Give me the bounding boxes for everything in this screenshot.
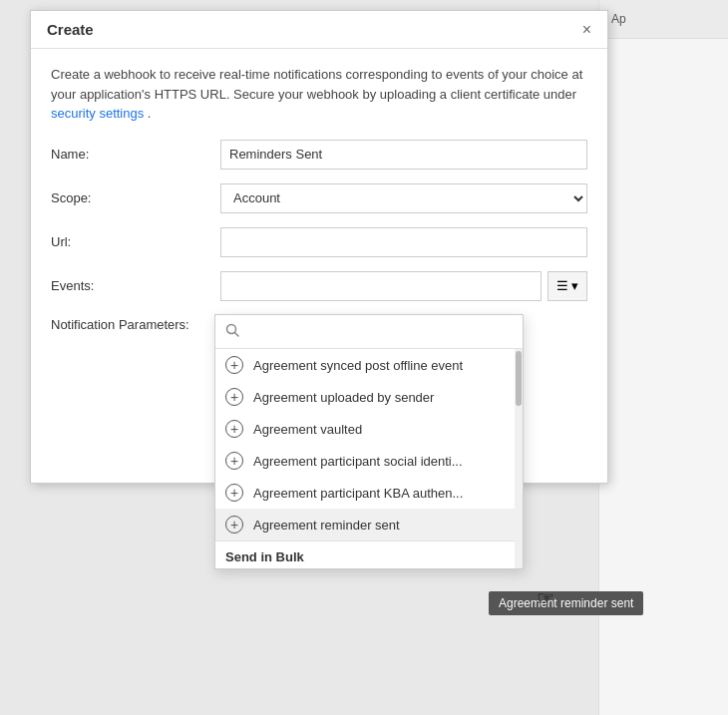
scope-label: Scope: <box>51 190 220 205</box>
hamburger-icon: ☰ <box>556 278 568 293</box>
url-label: Url: <box>51 234 220 249</box>
scope-select[interactable]: Account User Group Target <box>220 183 587 213</box>
dropdown-item-label-0: Agreement synced post offline event <box>253 358 463 373</box>
events-menu-button[interactable]: ☰ ▾ <box>547 271 587 301</box>
name-input[interactable] <box>220 140 587 170</box>
plus-icon-5: + <box>225 516 243 534</box>
svg-line-1 <box>235 333 239 337</box>
scope-row: Scope: Account User Group Target <box>51 183 587 213</box>
dropdown-item-1[interactable]: + Agreement uploaded by sender <box>215 381 523 413</box>
security-settings-link[interactable]: security settings <box>51 106 144 121</box>
modal-header: Create × <box>31 11 607 49</box>
name-row: Name: <box>51 140 587 170</box>
dropdown-search-input[interactable] <box>245 324 513 339</box>
plus-icon-2: + <box>225 420 243 438</box>
url-row: Url: <box>51 227 587 257</box>
dropdown-item-2[interactable]: + Agreement vaulted <box>215 413 523 445</box>
search-icon <box>225 323 239 340</box>
plus-icon-1: + <box>225 388 243 406</box>
dropdown-item-label-3: Agreement participant social identi... <box>253 454 463 469</box>
plus-icon-4: + <box>225 484 243 502</box>
tooltip: Agreement reminder sent <box>489 591 643 615</box>
name-label: Name: <box>51 147 220 162</box>
events-row: Events: ☰ ▾ <box>51 271 587 301</box>
dropdown-item-label-5: Agreement reminder sent <box>253 518 400 533</box>
dropdown-scrollbar[interactable] <box>515 349 523 568</box>
events-label: Events: <box>51 278 220 293</box>
events-input-wrap: ☰ ▾ <box>220 271 587 301</box>
dropdown-item-5[interactable]: + Agreement reminder sent <box>215 509 523 540</box>
scrollbar-thumb <box>516 351 522 406</box>
modal-description: Create a webhook to receive real-time no… <box>51 65 587 124</box>
url-input[interactable] <box>220 227 587 257</box>
dropdown-list: + Agreement synced post offline event + … <box>215 349 523 568</box>
send-in-bulk-label: Send in Bulk <box>225 549 304 564</box>
chevron-down-icon: ▾ <box>571 278 578 293</box>
plus-icon-3: + <box>225 452 243 470</box>
bg-panel-header: Ap <box>599 0 728 39</box>
send-in-bulk-section[interactable]: Send in Bulk <box>215 541 523 568</box>
dropdown-item-label-2: Agreement vaulted <box>253 422 362 437</box>
dropdown-item-4[interactable]: + Agreement participant KBA authen... <box>215 477 523 509</box>
events-input[interactable] <box>220 271 542 301</box>
notification-label: Notification Parameters: <box>51 315 220 332</box>
modal-title: Create <box>47 21 94 38</box>
dropdown-search-bar <box>215 315 523 349</box>
events-dropdown-panel: + Agreement synced post offline event + … <box>214 314 524 569</box>
plus-icon-0: + <box>225 356 243 374</box>
modal-close-button[interactable]: × <box>582 22 591 38</box>
dropdown-item-0[interactable]: + Agreement synced post offline event <box>215 349 523 381</box>
dropdown-item-label-1: Agreement uploaded by sender <box>253 390 434 405</box>
dropdown-item-3[interactable]: + Agreement participant social identi... <box>215 445 523 477</box>
dropdown-item-label-4: Agreement participant KBA authen... <box>253 486 463 501</box>
